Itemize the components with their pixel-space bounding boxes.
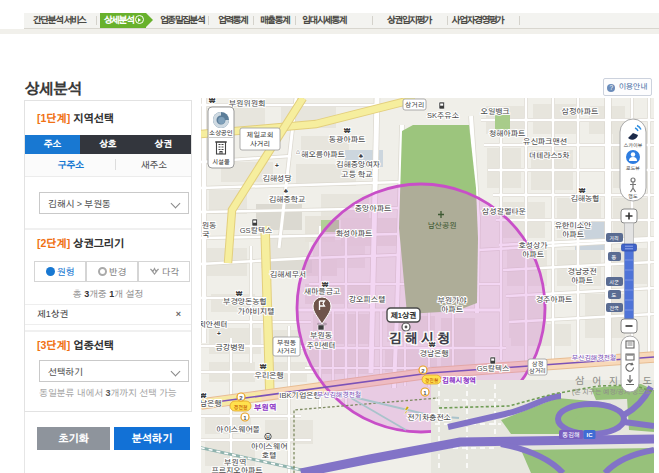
svg-text:오일뱅크: 오일뱅크 (480, 107, 509, 116)
svg-text:우리은행: 우리은행 (254, 371, 283, 380)
svg-text:동김해: 동김해 (562, 432, 580, 438)
svg-text:사거리: 사거리 (250, 140, 270, 147)
svg-text:부원역: 부원역 (254, 403, 276, 412)
svg-text:청해아파트: 청해아파트 (489, 129, 525, 138)
svg-text:(본 지구는 예정/공사 중으로 실제: (본 지구는 예정/공사 중으로 실제 (572, 388, 654, 396)
svg-text:김해중학교: 김해중학교 (269, 195, 305, 204)
svg-text:아파트: 아파트 (571, 276, 593, 285)
svg-text:경남은행: 경남은행 (201, 399, 222, 408)
svg-text:₩: ₩ (429, 341, 436, 348)
svg-text:호텔: 호텔 (262, 451, 277, 460)
svg-text:시군: 시군 (609, 279, 619, 285)
svg-text:₩: ₩ (260, 363, 267, 370)
svg-text:거리: 거리 (609, 235, 619, 241)
svg-text:⌂: ⌂ (296, 148, 300, 155)
svg-text:남산공원: 남산공원 (427, 221, 456, 230)
svg-text:치안센터: 치안센터 (201, 320, 228, 329)
svg-text:삼거리: 삼거리 (405, 101, 424, 108)
svg-text:더테라스5차: 더테라스5차 (529, 151, 570, 160)
svg-text:사거리: 사거리 (277, 347, 296, 354)
svg-text:₩: ₩ (209, 98, 216, 104)
svg-text:아파트: 아파트 (441, 305, 463, 314)
svg-text:맵도: 맵도 (628, 194, 638, 199)
svg-text:부원동: 부원동 (277, 339, 297, 346)
svg-text:부원위원회: 부원위원회 (229, 99, 265, 108)
svg-text:아파트: 아파트 (522, 250, 544, 259)
svg-text:해오름아파트: 해오름아파트 (301, 150, 345, 159)
svg-text:부산김해경전철: 부산김해경전철 (572, 354, 616, 361)
svg-text:김해시청: 김해시청 (389, 331, 454, 346)
svg-text:원동: 원동 (202, 221, 217, 230)
svg-text:+: + (217, 330, 221, 337)
svg-text:IC: IC (587, 432, 594, 438)
svg-text:경주아파트: 경주아파트 (536, 295, 572, 304)
svg-text:삼성갈멜타운: 삼성갈멜타운 (481, 207, 526, 216)
svg-text:경남은행: 경남은행 (419, 349, 448, 358)
svg-text:유신파크맨션: 유신파크맨션 (523, 137, 567, 146)
svg-text:₩: ₩ (344, 127, 351, 134)
svg-text:김해세무서: 김해세무서 (270, 270, 306, 279)
svg-text:스카이뷰: 스카이뷰 (624, 143, 643, 148)
svg-text:IBK기업은행: IBK기업은행 (279, 391, 320, 400)
svg-text:제일교회: 제일교회 (247, 131, 273, 138)
svg-text:전기차충전소: 전기차충전소 (407, 413, 451, 422)
svg-text:국: 국 (202, 230, 209, 239)
svg-text:도: 도 (612, 292, 617, 298)
svg-text:가야비지텔: 가야비지텔 (238, 307, 274, 316)
svg-text:경남궁전: 경남궁전 (567, 267, 596, 276)
svg-text:부원가야: 부원가야 (437, 296, 467, 305)
svg-text:GS칼텍스: GS칼텍스 (477, 364, 510, 373)
svg-text:+: + (275, 162, 279, 169)
svg-text:₩: ₩ (201, 392, 207, 399)
svg-text:고등 학교: 고등 학교 (341, 170, 372, 179)
svg-text:H: H (266, 435, 270, 440)
svg-text:동: 동 (612, 254, 617, 260)
svg-text:아이스웨어몰: 아이스웨어몰 (216, 425, 260, 434)
svg-text:₩: ₩ (579, 187, 586, 194)
svg-text:GS칼텍스: GS칼텍스 (240, 226, 273, 235)
svg-text:전국: 전국 (609, 305, 619, 311)
svg-text:부원동: 부원동 (310, 331, 332, 340)
svg-text:프르지오아파트: 프르지오아파트 (211, 466, 262, 473)
svg-text:화성아파트: 화성아파트 (336, 229, 372, 238)
svg-text:김해농협: 김해농협 (570, 194, 599, 203)
svg-text:강오피스텔: 강오피스텔 (349, 295, 385, 304)
svg-text:로드뷰: 로드뷰 (626, 166, 640, 171)
svg-text:새마을금고: 새마을금고 (304, 287, 340, 296)
svg-text:유한미소안: 유한미소안 (555, 221, 591, 230)
svg-text:아이스웨어: 아이스웨어 (251, 442, 287, 451)
svg-text:주민센터: 주민센터 (306, 341, 335, 350)
svg-text:♣: ♣ (284, 187, 289, 194)
svg-text:아파트: 아파트 (562, 230, 584, 239)
svg-text:금강병원: 금강병원 (215, 343, 244, 352)
svg-text:김해중앙여자: 김해중앙여자 (336, 160, 380, 169)
svg-text:시설물: 시설물 (212, 159, 230, 165)
svg-text:SK주유소: SK주유소 (427, 111, 459, 120)
svg-text:김해성당: 김해성당 (262, 174, 291, 183)
svg-text:삼정: 삼정 (532, 361, 544, 367)
svg-text:중앙아파트: 중앙아파트 (355, 204, 391, 213)
svg-text:경전철: 경전철 (425, 378, 439, 383)
svg-text:부경양돈농협: 부경양돈농협 (223, 297, 267, 306)
svg-text:삼정아파트: 삼정아파트 (561, 107, 598, 116)
svg-text:삼 어 지 구 도 시 개 발: 삼 어 지 구 도 시 개 발 (575, 375, 654, 386)
svg-text:부산김해경전철: 부산김해경전철 (317, 391, 361, 398)
svg-text:₩: ₩ (236, 290, 243, 297)
svg-text:동광아파트: 동광아파트 (329, 135, 365, 144)
svg-text:소상공인: 소상공인 (209, 130, 233, 136)
svg-text:제1상권: 제1상권 (390, 311, 416, 320)
svg-text:김해시청역: 김해시청역 (442, 376, 476, 384)
svg-text:₩: ₩ (322, 281, 329, 288)
svg-text:경전철: 경전철 (234, 404, 248, 410)
svg-text:♣: ♣ (359, 152, 364, 159)
svg-text:호성상가: 호성상가 (518, 241, 547, 250)
svg-text:삼거리: 삼거리 (529, 368, 546, 374)
